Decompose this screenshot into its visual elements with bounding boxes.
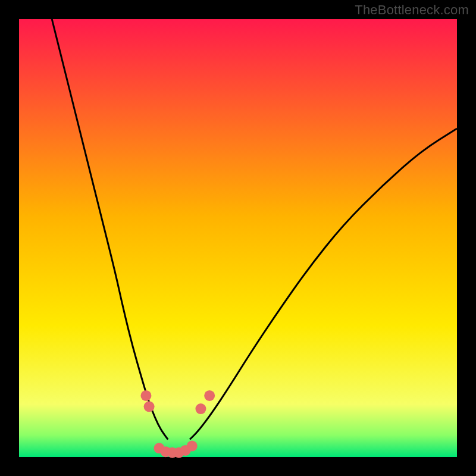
plot-background [19,19,457,457]
marker-dot [140,390,151,401]
marker-dot [204,390,215,401]
chart-frame: TheBottleneck.com [0,0,476,476]
marker-dot [187,441,198,452]
bottleneck-chart [0,0,476,476]
marker-dot [195,403,206,414]
watermark-text: TheBottleneck.com [355,2,469,18]
marker-dot [144,401,155,412]
